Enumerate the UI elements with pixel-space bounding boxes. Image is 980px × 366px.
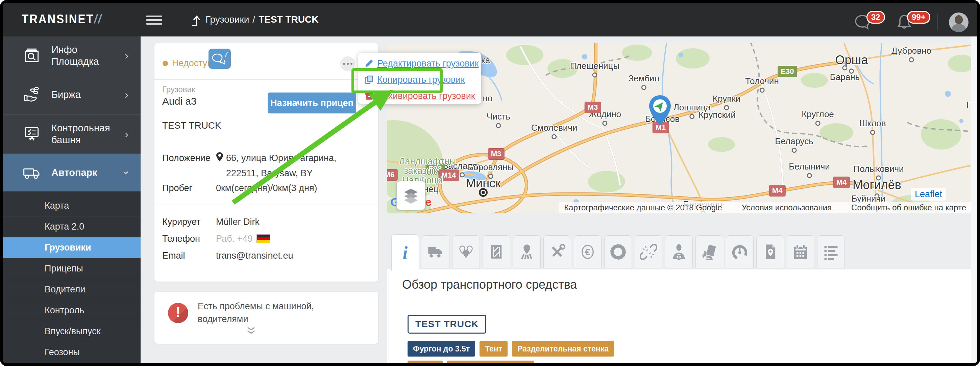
vehicle-model: Audi a3 xyxy=(162,95,197,107)
map-city-label: Дубровно xyxy=(891,46,931,56)
map-city-label: Плещеницы xyxy=(570,61,619,71)
mileage-label: Пробег xyxy=(162,183,192,193)
warning-line2: водителями xyxy=(198,314,248,325)
vehicle-tags: Фургон до 3.5тТентРазделительная стенка xyxy=(407,341,614,356)
tab-tools[interactable] xyxy=(543,235,571,268)
vehicle-tag-partial xyxy=(447,361,534,363)
sidebar-item-info-ploshadka[interactable]: Инфо Площадка› xyxy=(3,36,141,75)
sidebar-submenu-item[interactable]: Прицепы xyxy=(3,258,141,279)
sidebar-item-autopark[interactable]: Автопарк› xyxy=(3,154,141,192)
sidebar-submenu-item[interactable]: Впуск/выпуск xyxy=(3,321,141,342)
chevron-right-icon: › xyxy=(125,89,129,101)
location-label: Положение xyxy=(162,153,210,163)
breadcrumb-section[interactable]: Грузовики xyxy=(205,14,249,25)
chat-badge: 32 xyxy=(867,11,885,24)
map-city-label: Чисть xyxy=(487,111,510,122)
mileage-value: 0км(сегодня)/0км(3 дня) xyxy=(216,183,317,193)
overview-panel: Обзор транспортного средства TEST TRUCK … xyxy=(387,269,971,363)
sidebar-submenu-item[interactable]: Грузовики xyxy=(3,238,141,258)
hamburger-menu-icon[interactable] xyxy=(146,16,162,24)
road-badge: Е30 xyxy=(778,66,797,77)
email-value[interactable]: trans@transinet.eu xyxy=(216,250,293,261)
sidebar-item-label: Инфо Площадка xyxy=(51,44,117,68)
warning-card: ! Есть проблемы с машиной, водителями xyxy=(154,292,378,344)
info-icon: i xyxy=(403,243,407,263)
map-city-label: Крупский xyxy=(698,110,736,120)
road-badge: М6 xyxy=(387,169,398,181)
tab-pin-zone[interactable] xyxy=(513,235,541,268)
map-city-label: Зембин xyxy=(628,73,659,84)
phone-label: Телефон xyxy=(162,234,200,244)
double-chevron-down-icon[interactable] xyxy=(247,327,256,335)
tab-calendar[interactable] xyxy=(787,235,815,268)
chevron-down-icon: › xyxy=(120,171,133,174)
warning-icon: ! xyxy=(168,303,188,323)
leaflet-attribution-link[interactable]: Leaflet xyxy=(911,188,946,201)
sidebar-item-label: Автопарк xyxy=(51,167,117,179)
topbar-divider xyxy=(937,14,938,30)
tab-euro[interactable]: € xyxy=(574,235,601,268)
tab-tire[interactable] xyxy=(604,235,632,268)
divider xyxy=(154,148,378,148)
city-dot xyxy=(592,73,597,78)
document-pin-icon xyxy=(761,243,779,261)
control-tower-icon xyxy=(22,125,41,144)
sidebar-submenu-item[interactable]: Карта 2.0 xyxy=(3,216,141,238)
submenu-item-label: Водители xyxy=(45,284,85,295)
vehicle-chat-button[interactable]: 7 xyxy=(208,49,231,69)
submenu-item-label: Прицепы xyxy=(45,263,83,274)
assign-trailer-button[interactable]: Назначить прицеп xyxy=(268,92,356,113)
user-avatar[interactable] xyxy=(949,13,969,32)
scrollbar-track[interactable] xyxy=(971,36,977,363)
vehicle-type-label: Грузовик xyxy=(162,85,195,94)
layers-icon xyxy=(402,187,420,204)
phone-value: Раб. +49 xyxy=(216,234,270,244)
tab-map-pins[interactable] xyxy=(452,235,480,268)
sidebar-submenu-item[interactable]: Водители xyxy=(3,279,141,300)
vehicle-name: TEST TRUCK xyxy=(162,120,221,131)
sidebar-submenu-item[interactable]: Карта xyxy=(3,195,141,216)
map-city-label: Беларусь xyxy=(775,136,813,147)
warning-line1: Есть проблемы с машиной, xyxy=(198,301,314,312)
city-dot xyxy=(807,173,812,178)
tab-list[interactable] xyxy=(817,235,845,268)
tools-icon xyxy=(549,243,566,261)
vehicle-map-marker[interactable] xyxy=(647,93,673,127)
truck-icon xyxy=(427,243,444,261)
chevron-right-icon: › xyxy=(125,128,129,141)
divider xyxy=(154,79,378,80)
tab-gauge[interactable] xyxy=(726,235,754,268)
chat-count: 7 xyxy=(224,50,228,59)
app-logo[interactable]: TRANSINET// xyxy=(22,12,102,26)
city-dot xyxy=(792,148,797,153)
sidebar-submenu-item[interactable]: Геозоны xyxy=(3,342,141,363)
tab-document-pin[interactable] xyxy=(756,235,784,268)
sidebar-submenu-item[interactable]: Контроль xyxy=(3,300,141,321)
report-map-error-link[interactable]: Сообщить об ошибке на карте xyxy=(851,203,966,212)
gauge-icon xyxy=(731,243,749,261)
tab-broken-link[interactable] xyxy=(635,235,662,268)
tab-driver[interactable] xyxy=(665,235,693,268)
tab-info[interactable]: i xyxy=(391,234,419,271)
map-layers-control[interactable] xyxy=(396,181,425,210)
tab-damage[interactable] xyxy=(695,235,723,268)
city-dot xyxy=(552,135,557,139)
sidebar-item-control-tower[interactable]: Контрольная башня› xyxy=(3,115,141,154)
map-city-label: Толочин xyxy=(745,76,779,86)
search-board-icon xyxy=(22,46,41,65)
city-dot xyxy=(760,88,765,93)
pencil-icon xyxy=(364,59,374,68)
terms-of-use-link[interactable]: Условия использования xyxy=(742,203,832,212)
location-line2: 222511, Barysaw, BY xyxy=(226,168,313,179)
location-line1: 66, улица Юрия Гагарина, xyxy=(226,153,336,163)
vehicle-plate-badge: TEST TRUCK xyxy=(407,315,486,334)
app-screen: TRANSINET// Грузовики / TEST TRUCK 32 99… xyxy=(3,3,977,363)
sidebar-item-birzha[interactable]: Биржа› xyxy=(3,75,141,115)
map-city-label: Орша xyxy=(835,53,868,67)
tab-cargo-crate[interactable] xyxy=(482,235,510,268)
vehicle-card: Недоступен 7 Грузовик Audi a3 Назначить … xyxy=(154,43,378,282)
logo-text: TRANSINET xyxy=(22,12,94,26)
curator-label: Курирует xyxy=(162,217,200,227)
map-city-label: Барань xyxy=(830,72,860,82)
tab-truck[interactable] xyxy=(422,235,449,268)
